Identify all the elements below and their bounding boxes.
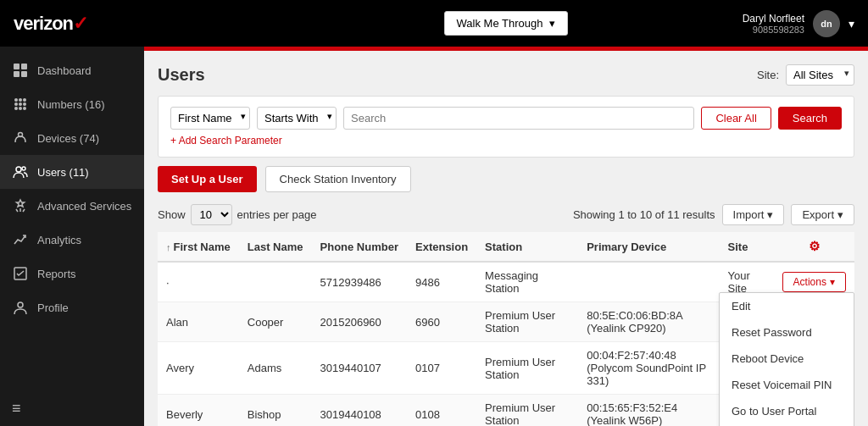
col-actions-gear[interactable]: ⚙ (774, 232, 854, 262)
cell-actions: Actions ▾ Edit Reset Password Reboot Dev… (774, 262, 854, 302)
svg-point-15 (22, 167, 25, 170)
import-button[interactable]: Import ▾ (722, 204, 785, 225)
dropdown-item-go-to-user-portal[interactable]: Go to User Portal (720, 398, 854, 424)
actions-label: Actions (793, 276, 826, 288)
profile-icon (12, 299, 29, 316)
svg-point-4 (14, 98, 18, 102)
svg-rect-3 (21, 71, 27, 77)
setup-user-button[interactable]: Set Up a User (158, 166, 257, 192)
cell-first-name: Beverly (158, 395, 239, 427)
table-body: · 5712939486 9486 Messaging Station Your… (158, 262, 854, 426)
sidebar: verizon✓ Dashboard Numbers (16) Devices … (0, 0, 144, 426)
cell-primary-device: 00:04:F2:57:40:48(Polycom SoundPoint IP … (578, 342, 719, 395)
cell-extension: 9486 (407, 262, 476, 302)
site-dropdown[interactable]: All Sites (786, 64, 854, 86)
import-chevron-icon: ▾ (767, 208, 773, 221)
sidebar-item-label: Analytics (37, 234, 81, 246)
search-input[interactable] (343, 107, 694, 130)
site-selector: Site: All Sites (757, 64, 854, 86)
sidebar-nav: Dashboard Numbers (16) Devices (74) User… (0, 47, 144, 391)
sidebar-item-label: Advanced Services (37, 200, 131, 213)
reports-icon (12, 265, 29, 282)
cell-primary-device: 00:15:65:F3:52:E4(Yealink W56P) (578, 395, 719, 427)
svg-point-7 (14, 102, 18, 106)
dropdown-item-reset-voicemail-pin[interactable]: Reset Voicemail PIN (720, 372, 854, 398)
cell-extension: 0107 (407, 342, 476, 395)
logo-checkmark: ✓ (73, 13, 87, 34)
dashboard-icon (12, 62, 29, 79)
table-controls: Show 10 entries per page Showing 1 to 10… (158, 204, 854, 225)
user-phone: 9085598283 (743, 25, 804, 35)
svg-point-12 (23, 107, 26, 110)
cell-primary-device (578, 262, 719, 302)
filter-field-wrap: First Name (170, 107, 250, 130)
export-chevron-icon: ▾ (837, 208, 843, 221)
svg-rect-2 (14, 71, 19, 77)
sidebar-item-users[interactable]: Users (11) (0, 155, 144, 189)
sidebar-item-dashboard[interactable]: Dashboard (0, 53, 144, 87)
col-station: Station (476, 232, 578, 262)
svg-point-14 (16, 167, 21, 172)
sidebar-more[interactable]: ≡ (0, 391, 144, 426)
cell-station: Premium User Station (476, 302, 578, 342)
col-first-name[interactable]: First Name (158, 232, 239, 262)
svg-rect-1 (21, 64, 27, 69)
cell-phone-number: 5712939486 (312, 262, 407, 302)
page-title: Users (158, 65, 205, 85)
cell-last-name: Cooper (239, 302, 312, 342)
svg-point-10 (14, 107, 18, 110)
cell-extension: 0108 (407, 395, 476, 427)
logo-area: verizon✓ (0, 0, 144, 47)
topbar-user-info: Daryl Norfleet 9085598283 dn ▾ (743, 10, 854, 37)
sidebar-item-analytics[interactable]: Analytics (0, 223, 144, 257)
sidebar-item-reports[interactable]: Reports (0, 257, 144, 290)
sidebar-item-label: Numbers (16) (37, 98, 104, 111)
page-area: Users Site: All Sites First Name (144, 51, 868, 426)
sidebar-item-advanced-services[interactable]: Advanced Services (0, 189, 144, 223)
dropdown-item-reset-password[interactable]: Reset Password (720, 319, 854, 346)
filter-operator-select[interactable]: Starts With (257, 107, 337, 130)
walk-me-through-label: Walk Me Through (457, 17, 543, 30)
filter-operator-wrap: Starts With (257, 107, 337, 130)
results-text: Showing 1 to 10 of 11 results (573, 208, 715, 221)
svg-point-17 (18, 302, 23, 307)
dropdown-item-reboot-device[interactable]: Reboot Device (720, 346, 854, 372)
svg-point-5 (19, 98, 22, 102)
actions-dropdown-menu: Edit Reset Password Reboot Device Reset … (719, 292, 854, 426)
page-header: Users Site: All Sites (158, 64, 854, 86)
sidebar-item-profile[interactable]: Profile (0, 290, 144, 324)
col-site: Site (720, 232, 774, 262)
export-button[interactable]: Export ▾ (791, 204, 854, 225)
show-entries: Show 10 entries per page (158, 204, 316, 225)
col-phone-number: Phone Number (312, 232, 407, 262)
add-search-param-link[interactable]: + Add Search Parameter (170, 135, 282, 147)
sidebar-item-devices[interactable]: Devices (74) (0, 121, 144, 155)
svg-point-13 (19, 133, 23, 137)
actions-chevron-icon: ▾ (830, 276, 835, 288)
dropdown-item-edit[interactable]: Edit (720, 293, 854, 319)
advanced-services-icon (12, 197, 29, 214)
cell-station: Messaging Station (476, 262, 578, 302)
sidebar-item-numbers[interactable]: Numbers (16) (0, 87, 144, 121)
cell-station: Premium User Station (476, 395, 578, 427)
cell-station: Premium User Station (476, 342, 578, 395)
sidebar-item-label: Profile (37, 302, 69, 314)
filter-field-select[interactable]: First Name (170, 107, 250, 130)
actions-button[interactable]: Actions ▾ (782, 272, 846, 292)
user-name: Daryl Norfleet (743, 13, 804, 25)
svg-point-8 (19, 102, 22, 106)
clear-all-button[interactable]: Clear All (701, 107, 771, 130)
check-station-button[interactable]: Check Station Inventory (265, 166, 411, 192)
search-row: First Name Starts With Clear All Search (170, 107, 842, 130)
entries-select[interactable]: 10 (191, 204, 232, 225)
walk-me-through-button[interactable]: Walk Me Through ▾ (444, 11, 569, 36)
topbar-dropdown-icon[interactable]: ▾ (849, 17, 854, 30)
analytics-icon (12, 231, 29, 248)
users-table: First Name Last Name Phone Number Extens… (158, 232, 854, 426)
more-icon: ≡ (12, 400, 21, 417)
cell-first-name: Avery (158, 342, 239, 395)
svg-rect-0 (14, 64, 19, 69)
search-button[interactable]: Search (778, 107, 842, 130)
user-avatar: dn (813, 10, 840, 37)
verizon-logo: verizon✓ (14, 13, 87, 35)
